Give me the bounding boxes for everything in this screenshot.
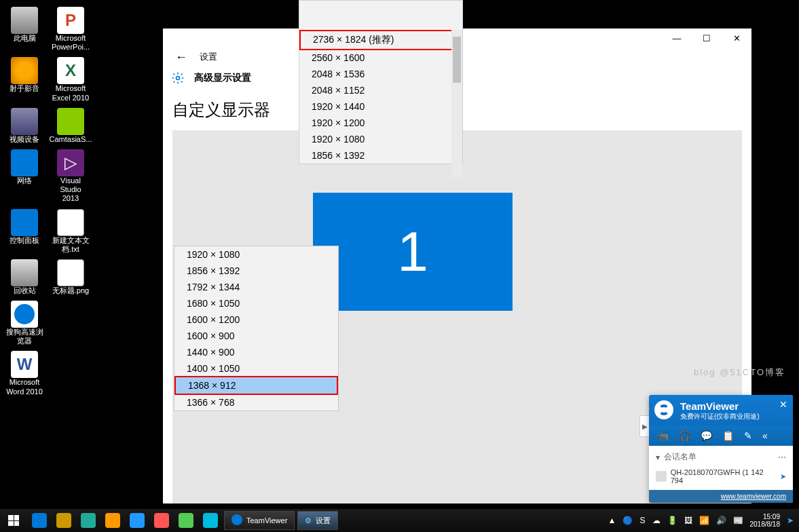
resolution-dropdown-bottom[interactable]: 1920 × 10801856 × 13921792 × 13441680 × … [174,246,339,411]
desktop-icon[interactable]: 回收站 [5,258,43,297]
teamviewer-tool-button[interactable]: 🎧 [679,430,690,441]
cursor-tray-icon[interactable]: ➤ [787,516,794,525]
app-icon [11,209,38,236]
taskbar-open-window[interactable]: ⚙设置 [297,511,338,530]
resolution-dropdown-top[interactable]: 2736 × 1824 (推荐)2560 × 16002048 × 153620… [299,0,463,164]
taskbar-pinned-app[interactable] [52,509,76,532]
close-button[interactable]: ✕ [722,28,751,48]
watermark: blog @51CTO博客 [694,366,785,379]
desktop-icon[interactable]: 视频设备 [5,107,43,145]
session-menu-icon[interactable]: ⋯ [778,453,786,462]
minimize-button[interactable]: — [662,28,692,48]
tray-icon[interactable]: 🔊 [716,516,726,525]
resolution-option[interactable]: 1600 × 1200 [174,311,338,328]
app-icon [57,209,84,236]
clock-time: 15:09 [750,513,781,520]
desktop-icon[interactable]: 搜狗高速浏览器 [5,299,43,347]
resolution-option[interactable]: 1856 × 1392 [299,147,462,164]
resolution-option[interactable]: 1856 × 1392 [174,263,338,279]
teamviewer-tool-button[interactable]: 📹 [657,430,669,441]
start-button[interactable] [0,509,27,532]
dropdown-header-blank [299,1,462,31]
windows-logo-icon [8,515,19,526]
desktop-icon[interactable]: 控制面板 [5,208,43,255]
resolution-option[interactable]: 1400 × 1050 [174,360,338,377]
desktop-icon-label: Visual Studio 2013 [52,176,90,204]
back-button[interactable]: ← [175,50,187,64]
app-icon [11,259,38,286]
app-icon [11,108,38,135]
desktop-icon[interactable]: CamtasiaS... [52,107,90,145]
dropdown-scrollbar[interactable] [451,30,462,178]
resolution-option[interactable]: 1920 × 1440 [299,98,462,115]
resolution-option[interactable]: 1920 × 1080 [299,131,462,147]
maximize-button[interactable]: ☐ [692,28,722,48]
desktop-icon-label: 回收站 [14,286,36,295]
resolution-option[interactable]: 2736 × 1824 (推荐) [299,30,462,50]
teamviewer-close-button[interactable]: ✕ [779,399,787,410]
app-icon [11,301,38,328]
resolution-option[interactable]: 1440 × 900 [174,344,338,360]
desktop-icon-label: 视频设备 [10,135,39,144]
desktop-icon-label: 搜狗高速浏览器 [5,328,43,345]
teamviewer-tool-button[interactable]: 📋 [722,430,734,441]
tray-icon[interactable]: 📶 [699,516,709,525]
tray-icon[interactable]: 🔋 [667,516,677,525]
desktop-icon[interactable]: 射手影音 [5,56,43,103]
taskbar-pinned-app[interactable] [125,509,149,532]
resolution-option[interactable]: 1792 × 1344 [174,279,338,295]
tray-icon[interactable]: 📰 [733,516,743,525]
resolution-option[interactable]: 1920 × 1200 [299,115,462,131]
taskbar-pinned-app[interactable] [174,509,198,532]
teamviewer-footer-link[interactable]: www.teamviewer.com [649,490,793,503]
session-list-header[interactable]: ▾ 会话名单 ⋯ [656,451,786,463]
monitor-1[interactable]: 1 [313,193,513,311]
taskbar-pinned-app[interactable] [27,509,52,532]
app-icon [11,149,38,176]
resolution-option[interactable]: 1680 × 1050 [174,295,338,311]
resolution-option[interactable]: 2048 × 1152 [299,82,462,98]
tray-icon[interactable]: ▲ [608,516,616,525]
taskbar-open-window[interactable]: TeamViewer [224,511,295,530]
desktop-icon-label: Microsoft PowerPoi... [52,34,90,52]
resolution-option[interactable]: 2560 × 1600 [299,50,462,66]
scrollbar-thumb[interactable] [453,37,461,83]
taskbar-pinned-app[interactable] [76,509,100,532]
desktop-icon[interactable]: 无标题.png [52,258,90,297]
taskbar-pinned-app[interactable] [198,509,223,532]
tray-icon[interactable]: S [639,516,645,525]
tv-icon [231,514,242,527]
app-icon [57,259,84,286]
desktop-icon[interactable]: 网络 [5,148,43,205]
tray-icon[interactable]: ☁ [652,516,661,525]
tray-icon[interactable]: 🔵 [623,516,633,525]
teamviewer-tool-button[interactable]: ✎ [744,430,752,441]
desktop-icon[interactable]: 此电脑 [5,5,43,53]
session-item[interactable]: QH-20180707GWFH (1 142 794 ➤ [656,468,786,484]
desktop-icon-label: Microsoft Word 2010 [5,378,43,396]
desktop-icon[interactable]: PMicrosoft PowerPoi... [52,5,90,53]
desktop-icon[interactable]: 新建文本文档.txt [52,208,90,255]
desktop-icon[interactable]: WMicrosoft Word 2010 [5,349,43,397]
teamviewer-tool-button[interactable]: « [762,430,768,441]
desktop-icon[interactable]: XMicrosoft Excel 2010 [52,56,90,103]
app-icon [57,108,84,135]
desktop-icon-label: CamtasiaS... [50,135,92,144]
resolution-option[interactable]: 1920 × 1080 [174,246,338,263]
resolution-option[interactable]: 1600 × 900 [174,328,338,344]
resolution-option[interactable]: 2048 × 1536 [299,66,462,82]
teamviewer-tool-button[interactable]: 💬 [701,430,712,441]
desktop-icon[interactable]: ▷Visual Studio 2013 [52,148,90,205]
resolution-option[interactable]: 1366 × 768 [174,394,338,411]
cursor-icon[interactable]: ➤ [780,472,786,481]
teamviewer-collapse-tab[interactable]: ▶ [639,415,649,437]
app-icon: P [57,7,84,34]
teamviewer-subtitle: 免费许可证(仅非商业用途) [680,412,786,421]
resolution-option[interactable]: 1368 × 912 [174,376,338,395]
desktop-icon-label: 控制面板 [10,236,39,245]
taskbar-clock[interactable]: 15:09 2018/8/18 [750,513,781,528]
taskbar-pinned-app[interactable] [100,509,125,532]
desktop-icon-label: 此电脑 [14,34,36,43]
tray-icon[interactable]: 🖼 [684,516,692,525]
taskbar-pinned-app[interactable] [149,509,174,532]
